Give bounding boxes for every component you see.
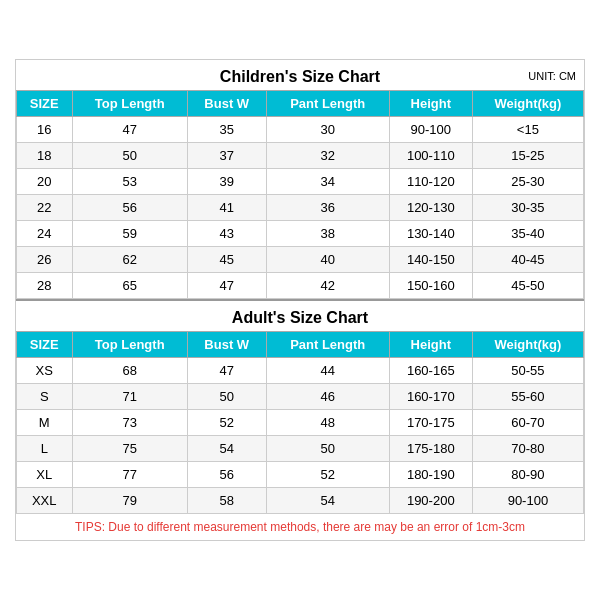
children-col-pantlength: Pant Length (266, 91, 389, 117)
table-cell: 50-55 (472, 358, 583, 384)
adult-header-row: SIZE Top Length Bust W Pant Length Heigh… (17, 332, 584, 358)
table-row: XXL795854190-20090-100 (17, 488, 584, 514)
table-cell: 20 (17, 169, 73, 195)
table-cell: 190-200 (389, 488, 472, 514)
children-header-row: SIZE Top Length Bust W Pant Length Heigh… (17, 91, 584, 117)
children-col-toplength: Top Length (72, 91, 187, 117)
table-cell: 56 (187, 462, 266, 488)
table-row: XL775652180-19080-90 (17, 462, 584, 488)
table-cell: 35-40 (472, 221, 583, 247)
table-cell: 62 (72, 247, 187, 273)
table-row: XS684744160-16550-55 (17, 358, 584, 384)
table-row: 1647353090-100<15 (17, 117, 584, 143)
table-cell: 75 (72, 436, 187, 462)
adult-title-text: Adult's Size Chart (232, 309, 368, 326)
table-row: 26624540140-15040-45 (17, 247, 584, 273)
table-row: 22564136120-13030-35 (17, 195, 584, 221)
table-cell: 54 (187, 436, 266, 462)
table-cell: 44 (266, 358, 389, 384)
table-cell: S (17, 384, 73, 410)
table-row: 24594338130-14035-40 (17, 221, 584, 247)
table-cell: 53 (72, 169, 187, 195)
table-cell: 50 (266, 436, 389, 462)
size-chart-container: Children's Size Chart UNIT: CM SIZE Top … (15, 59, 585, 541)
table-cell: 32 (266, 143, 389, 169)
table-cell: 77 (72, 462, 187, 488)
table-cell: 22 (17, 195, 73, 221)
children-col-weight: Weight(kg) (472, 91, 583, 117)
table-cell: 35 (187, 117, 266, 143)
adult-table: SIZE Top Length Bust W Pant Length Heigh… (16, 331, 584, 514)
adult-col-size: SIZE (17, 332, 73, 358)
table-cell: 130-140 (389, 221, 472, 247)
table-cell: 24 (17, 221, 73, 247)
unit-label: UNIT: CM (528, 70, 576, 82)
table-row: 18503732100-11015-25 (17, 143, 584, 169)
table-cell: 50 (72, 143, 187, 169)
tips-text: TIPS: Due to different measurement metho… (16, 514, 584, 540)
adult-col-toplength: Top Length (72, 332, 187, 358)
table-cell: 80-90 (472, 462, 583, 488)
table-cell: 170-175 (389, 410, 472, 436)
table-cell: 47 (187, 273, 266, 299)
table-cell: 90-100 (472, 488, 583, 514)
table-cell: 52 (187, 410, 266, 436)
table-row: M735248170-17560-70 (17, 410, 584, 436)
adult-col-bustw: Bust W (187, 332, 266, 358)
table-cell: XS (17, 358, 73, 384)
table-cell: 25-30 (472, 169, 583, 195)
table-cell: 60-70 (472, 410, 583, 436)
table-cell: 54 (266, 488, 389, 514)
adult-title: Adult's Size Chart (16, 299, 584, 331)
table-cell: 30 (266, 117, 389, 143)
table-cell: 18 (17, 143, 73, 169)
children-col-bustw: Bust W (187, 91, 266, 117)
table-cell: M (17, 410, 73, 436)
table-cell: 70-80 (472, 436, 583, 462)
table-cell: 45 (187, 247, 266, 273)
table-row: S715046160-17055-60 (17, 384, 584, 410)
table-cell: 52 (266, 462, 389, 488)
table-cell: 46 (266, 384, 389, 410)
children-title-text: Children's Size Chart (220, 68, 380, 85)
table-cell: 39 (187, 169, 266, 195)
children-col-size: SIZE (17, 91, 73, 117)
table-cell: 65 (72, 273, 187, 299)
table-cell: 150-160 (389, 273, 472, 299)
table-cell: 16 (17, 117, 73, 143)
table-cell: 90-100 (389, 117, 472, 143)
table-cell: 38 (266, 221, 389, 247)
table-cell: 160-165 (389, 358, 472, 384)
table-cell: 100-110 (389, 143, 472, 169)
table-cell: 120-130 (389, 195, 472, 221)
table-cell: 140-150 (389, 247, 472, 273)
table-cell: 47 (72, 117, 187, 143)
table-cell: 40-45 (472, 247, 583, 273)
table-cell: 71 (72, 384, 187, 410)
table-cell: 45-50 (472, 273, 583, 299)
children-table: SIZE Top Length Bust W Pant Length Heigh… (16, 90, 584, 299)
table-cell: 40 (266, 247, 389, 273)
table-cell: 47 (187, 358, 266, 384)
table-cell: 37 (187, 143, 266, 169)
table-row: 20533934110-12025-30 (17, 169, 584, 195)
adult-col-pantlength: Pant Length (266, 332, 389, 358)
table-cell: 110-120 (389, 169, 472, 195)
table-cell: 30-35 (472, 195, 583, 221)
table-row: 28654742150-16045-50 (17, 273, 584, 299)
table-cell: L (17, 436, 73, 462)
table-cell: 43 (187, 221, 266, 247)
table-cell: 68 (72, 358, 187, 384)
table-cell: 55-60 (472, 384, 583, 410)
table-cell: 59 (72, 221, 187, 247)
table-cell: 160-170 (389, 384, 472, 410)
table-cell: 73 (72, 410, 187, 436)
table-cell: 36 (266, 195, 389, 221)
table-cell: 48 (266, 410, 389, 436)
table-cell: 58 (187, 488, 266, 514)
table-cell: 50 (187, 384, 266, 410)
table-cell: 15-25 (472, 143, 583, 169)
table-cell: 26 (17, 247, 73, 273)
table-cell: 42 (266, 273, 389, 299)
table-cell: 41 (187, 195, 266, 221)
